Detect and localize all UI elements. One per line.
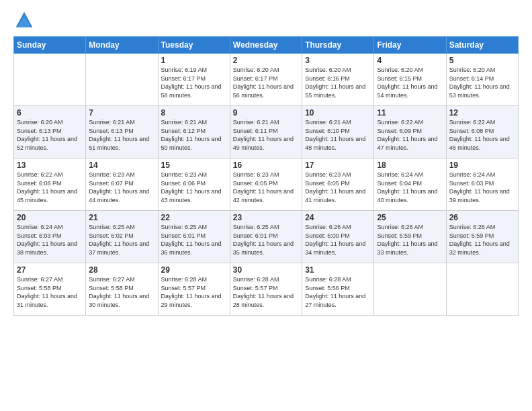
day-number: 8: [161, 108, 227, 118]
day-number: 2: [233, 56, 299, 65]
day-number: 31: [305, 265, 371, 275]
day-info: Sunrise: 6:22 AM Sunset: 6:08 PM Dayligh…: [449, 118, 515, 152]
calendar-cell: 14Sunrise: 6:23 AM Sunset: 6:07 PM Dayli…: [86, 158, 158, 211]
calendar-cell: 28Sunrise: 6:27 AM Sunset: 5:58 PM Dayli…: [86, 263, 158, 316]
day-number: 14: [89, 161, 154, 170]
calendar-header-saturday: Saturday: [446, 37, 518, 54]
calendar-cell: 12Sunrise: 6:22 AM Sunset: 6:08 PM Dayli…: [446, 106, 518, 158]
calendar-cell: 18Sunrise: 6:24 AM Sunset: 6:04 PM Dayli…: [374, 158, 446, 211]
calendar-header-tuesday: Tuesday: [158, 37, 230, 54]
calendar-cell: 9Sunrise: 6:21 AM Sunset: 6:11 PM Daylig…: [230, 106, 302, 158]
calendar-table: SundayMondayTuesdayWednesdayThursdayFrid…: [13, 36, 519, 316]
day-number: 9: [233, 108, 299, 118]
day-info: Sunrise: 6:24 AM Sunset: 6:03 PM Dayligh…: [449, 171, 515, 204]
calendar-cell: [374, 263, 446, 316]
day-number: 23: [233, 213, 299, 222]
day-info: Sunrise: 6:22 AM Sunset: 6:08 PM Dayligh…: [17, 171, 83, 204]
calendar-cell: 1Sunrise: 6:19 AM Sunset: 6:17 PM Daylig…: [158, 54, 230, 106]
calendar-header-row: SundayMondayTuesdayWednesdayThursdayFrid…: [14, 37, 519, 54]
calendar-cell: 19Sunrise: 6:24 AM Sunset: 6:03 PM Dayli…: [446, 158, 518, 211]
calendar-cell: 26Sunrise: 6:26 AM Sunset: 5:59 PM Dayli…: [446, 211, 518, 263]
calendar-header-monday: Monday: [86, 37, 158, 54]
calendar-cell: [14, 54, 86, 106]
day-info: Sunrise: 6:21 AM Sunset: 6:12 PM Dayligh…: [161, 118, 227, 152]
calendar-cell: 24Sunrise: 6:26 AM Sunset: 6:00 PM Dayli…: [302, 211, 374, 263]
header: [13, 11, 519, 30]
day-info: Sunrise: 6:19 AM Sunset: 6:17 PM Dayligh…: [161, 66, 227, 99]
day-number: 13: [17, 161, 83, 170]
calendar-week-row: 1Sunrise: 6:19 AM Sunset: 6:17 PM Daylig…: [14, 54, 519, 106]
day-number: 21: [89, 213, 154, 222]
calendar-cell: 16Sunrise: 6:23 AM Sunset: 6:05 PM Dayli…: [230, 158, 302, 211]
calendar-cell: 27Sunrise: 6:27 AM Sunset: 5:58 PM Dayli…: [14, 263, 86, 316]
day-info: Sunrise: 6:20 AM Sunset: 6:14 PM Dayligh…: [449, 66, 515, 99]
day-info: Sunrise: 6:23 AM Sunset: 6:05 PM Dayligh…: [233, 171, 299, 204]
calendar-cell: [446, 263, 518, 316]
calendar-cell: 5Sunrise: 6:20 AM Sunset: 6:14 PM Daylig…: [446, 54, 518, 106]
day-number: 15: [161, 161, 227, 170]
day-number: 17: [305, 161, 371, 170]
day-info: Sunrise: 6:21 AM Sunset: 6:10 PM Dayligh…: [305, 118, 371, 152]
day-info: Sunrise: 6:20 AM Sunset: 6:16 PM Dayligh…: [305, 66, 371, 99]
day-number: 29: [161, 265, 227, 275]
logo: [13, 11, 34, 30]
calendar-cell: 2Sunrise: 6:20 AM Sunset: 6:17 PM Daylig…: [230, 54, 302, 106]
day-info: Sunrise: 6:24 AM Sunset: 6:03 PM Dayligh…: [17, 223, 83, 257]
calendar-cell: 17Sunrise: 6:23 AM Sunset: 6:05 PM Dayli…: [302, 158, 374, 211]
calendar-cell: 6Sunrise: 6:20 AM Sunset: 6:13 PM Daylig…: [14, 106, 86, 158]
day-number: 12: [449, 108, 515, 118]
day-info: Sunrise: 6:25 AM Sunset: 6:01 PM Dayligh…: [161, 223, 227, 257]
day-number: 27: [17, 265, 83, 275]
calendar-header-friday: Friday: [374, 37, 446, 54]
day-number: 7: [89, 108, 154, 118]
day-info: Sunrise: 6:26 AM Sunset: 6:00 PM Dayligh…: [305, 223, 371, 257]
calendar-cell: 7Sunrise: 6:21 AM Sunset: 6:13 PM Daylig…: [86, 106, 158, 158]
calendar-week-row: 13Sunrise: 6:22 AM Sunset: 6:08 PM Dayli…: [14, 158, 519, 211]
day-info: Sunrise: 6:25 AM Sunset: 6:02 PM Dayligh…: [89, 223, 154, 257]
day-number: 22: [161, 213, 227, 222]
calendar-cell: 11Sunrise: 6:22 AM Sunset: 6:09 PM Dayli…: [374, 106, 446, 158]
day-info: Sunrise: 6:24 AM Sunset: 6:04 PM Dayligh…: [377, 171, 443, 204]
calendar-cell: 13Sunrise: 6:22 AM Sunset: 6:08 PM Dayli…: [14, 158, 86, 211]
calendar-cell: 21Sunrise: 6:25 AM Sunset: 6:02 PM Dayli…: [86, 211, 158, 263]
day-info: Sunrise: 6:23 AM Sunset: 6:05 PM Dayligh…: [305, 171, 371, 204]
day-number: 16: [233, 161, 299, 170]
day-number: 11: [377, 108, 443, 118]
calendar-cell: 15Sunrise: 6:23 AM Sunset: 6:06 PM Dayli…: [158, 158, 230, 211]
calendar-header-thursday: Thursday: [302, 37, 374, 54]
day-info: Sunrise: 6:20 AM Sunset: 6:13 PM Dayligh…: [17, 118, 83, 152]
calendar-header-wednesday: Wednesday: [230, 37, 302, 54]
calendar-cell: 30Sunrise: 6:28 AM Sunset: 5:57 PM Dayli…: [230, 263, 302, 316]
day-number: 1: [161, 56, 227, 65]
calendar-cell: 4Sunrise: 6:20 AM Sunset: 6:15 PM Daylig…: [374, 54, 446, 106]
logo-icon: [15, 11, 34, 30]
day-info: Sunrise: 6:28 AM Sunset: 5:56 PM Dayligh…: [305, 275, 371, 309]
day-number: 28: [89, 265, 154, 275]
day-info: Sunrise: 6:21 AM Sunset: 6:13 PM Dayligh…: [89, 118, 154, 152]
calendar-cell: 31Sunrise: 6:28 AM Sunset: 5:56 PM Dayli…: [302, 263, 374, 316]
day-info: Sunrise: 6:22 AM Sunset: 6:09 PM Dayligh…: [377, 118, 443, 152]
day-number: 19: [449, 161, 515, 170]
day-info: Sunrise: 6:23 AM Sunset: 6:06 PM Dayligh…: [161, 171, 227, 204]
calendar-cell: [86, 54, 158, 106]
day-number: 30: [233, 265, 299, 275]
day-info: Sunrise: 6:27 AM Sunset: 5:58 PM Dayligh…: [17, 275, 83, 309]
calendar-cell: 29Sunrise: 6:28 AM Sunset: 5:57 PM Dayli…: [158, 263, 230, 316]
day-number: 26: [449, 213, 515, 222]
day-info: Sunrise: 6:23 AM Sunset: 6:07 PM Dayligh…: [89, 171, 154, 204]
day-info: Sunrise: 6:26 AM Sunset: 5:59 PM Dayligh…: [377, 223, 443, 257]
calendar-cell: 8Sunrise: 6:21 AM Sunset: 6:12 PM Daylig…: [158, 106, 230, 158]
calendar-week-row: 27Sunrise: 6:27 AM Sunset: 5:58 PM Dayli…: [14, 263, 519, 316]
calendar-week-row: 6Sunrise: 6:20 AM Sunset: 6:13 PM Daylig…: [14, 106, 519, 158]
day-info: Sunrise: 6:28 AM Sunset: 5:57 PM Dayligh…: [233, 275, 299, 309]
calendar-cell: 25Sunrise: 6:26 AM Sunset: 5:59 PM Dayli…: [374, 211, 446, 263]
day-number: 10: [305, 108, 371, 118]
day-number: 24: [305, 213, 371, 222]
calendar-week-row: 20Sunrise: 6:24 AM Sunset: 6:03 PM Dayli…: [14, 211, 519, 263]
calendar-cell: 22Sunrise: 6:25 AM Sunset: 6:01 PM Dayli…: [158, 211, 230, 263]
calendar-cell: 20Sunrise: 6:24 AM Sunset: 6:03 PM Dayli…: [14, 211, 86, 263]
calendar-header-sunday: Sunday: [14, 37, 86, 54]
day-number: 18: [377, 161, 443, 170]
day-info: Sunrise: 6:25 AM Sunset: 6:01 PM Dayligh…: [233, 223, 299, 257]
day-number: 20: [17, 213, 83, 222]
